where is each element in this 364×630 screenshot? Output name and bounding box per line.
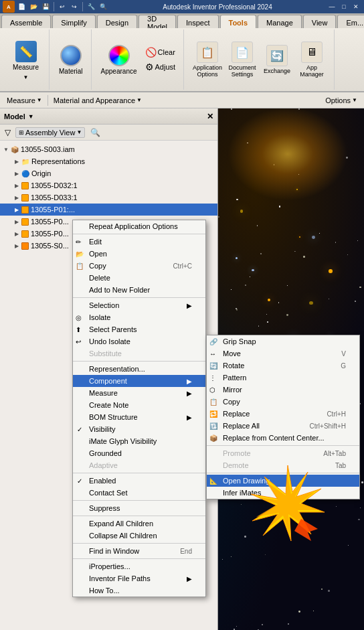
ctx-representation[interactable]: Representation... — [73, 363, 205, 375]
ctx-edit[interactable]: ✏ Edit — [73, 236, 205, 248]
expand-root[interactable]: ▼ — [3, 146, 9, 153]
tree-item-d032[interactable]: ▶ 13055-D032:1 — [0, 179, 217, 191]
ctx-isolate[interactable]: ◎ Isolate — [73, 311, 205, 323]
save-button[interactable]: 💾 — [40, 1, 51, 12]
tree-item-root[interactable]: ▼ 📦 13055-S003.iam — [0, 143, 217, 155]
tab-manage[interactable]: Manage — [258, 15, 302, 29]
panel-header: Model ▼ ✕ — [0, 108, 217, 125]
ctx-add-folder[interactable]: Add to New Folder — [73, 284, 205, 296]
tab-simplify[interactable]: Simplify — [52, 15, 96, 29]
expand-p02[interactable]: ▶ — [13, 218, 20, 225]
ctx-repeat[interactable]: Repeat Application Options — [73, 220, 205, 232]
expand-s0[interactable]: ▶ — [13, 242, 20, 249]
tree-item-origin[interactable]: ▶ 🔵 Origin — [0, 167, 217, 179]
replace-all-icon: 🔃 — [209, 422, 217, 430]
sub-infer-imates[interactable]: Infer iMates — [207, 487, 359, 499]
expand-p03[interactable]: ▶ — [13, 230, 20, 237]
ctx-collapse-all[interactable]: Collapse All Children — [73, 530, 205, 542]
open-button[interactable]: 📂 — [28, 1, 39, 12]
arrow-icon-measure: ▶ — [187, 390, 192, 397]
doc-settings-button[interactable]: 📄 Document Settings — [225, 39, 259, 80]
ctx-grounded[interactable]: Grounded — [73, 447, 205, 459]
ctx-enabled[interactable]: ✓ Enabled — [73, 475, 205, 487]
sub-replace-content[interactable]: 📦 Replace from Content Center... — [207, 432, 359, 444]
sub-pattern[interactable]: ⋮ Pattern — [207, 372, 359, 384]
expand-origin[interactable]: ▶ — [13, 170, 20, 177]
main-tab-bar: Assemble Simplify Design 3D Model Inspec… — [0, 13, 364, 29]
ctx-contact-set[interactable]: Contact Set — [73, 487, 205, 499]
ctx-create-note[interactable]: Create Note — [73, 399, 205, 411]
undo-button[interactable]: ↩ — [57, 1, 68, 12]
toolbar-command-bar: Measure ▼ Material and Appearance ▼ Opti… — [0, 92, 364, 108]
ctx-undo-isolate[interactable]: ↩ Undo Isolate — [73, 335, 205, 347]
exchange-button[interactable]: 🔄 Exchange — [260, 42, 294, 77]
ctx-find-in-window[interactable]: Find in Window End — [73, 545, 205, 557]
appearance-button[interactable]: Appearance — [98, 42, 140, 78]
clear-button[interactable]: 🚫Clear — [143, 46, 179, 59]
ctx-visibility[interactable]: ✓ Visibility — [73, 423, 205, 435]
tab-view[interactable]: View — [303, 15, 337, 29]
tab-design[interactable]: Design — [97, 15, 137, 29]
sub-open-drawing[interactable]: 📐 Open Drawing — [207, 475, 359, 487]
tree-item-d033[interactable]: ▶ 13055-D033:1 — [0, 191, 217, 204]
ctx-measure[interactable]: Measure ▶ — [73, 387, 205, 399]
sub-move[interactable]: ↔ Move V — [207, 347, 359, 360]
maximize-button[interactable]: □ — [339, 1, 349, 12]
ctx-open[interactable]: 📂 Open — [73, 248, 205, 260]
search-button[interactable]: 🔍 — [88, 127, 103, 139]
tab-3dmodel[interactable]: 3D Model — [139, 15, 176, 29]
ctx-iproperties[interactable]: iProperties... — [73, 560, 205, 572]
expand-d033[interactable]: ▶ — [13, 194, 20, 201]
ctx-adaptive: Adaptive — [73, 459, 205, 471]
app-manager-button[interactable]: 🖥 App Manager — [295, 39, 329, 80]
material-appearance-dropdown-btn[interactable]: Material and Appearance ▼ — [50, 95, 146, 106]
ctx-imate-glyph[interactable]: iMate Glyph Visibility — [73, 435, 205, 447]
edit-icon: ✏ — [76, 238, 81, 246]
material-button[interactable]: Material — [56, 42, 86, 78]
tab-inspect[interactable]: Inspect — [177, 15, 218, 29]
tab-tools[interactable]: Tools — [220, 15, 257, 29]
ctx-bom-structure[interactable]: BOM Structure ▶ — [73, 411, 205, 423]
ribbon-group-material: Material — [51, 29, 92, 90]
ctx-copy[interactable]: 📋 Copy Ctrl+C — [73, 260, 205, 272]
filter-icon[interactable]: ▽ — [3, 127, 13, 139]
panel-close-btn[interactable]: ✕ — [207, 112, 213, 121]
ctx-selection[interactable]: Selection ▶ — [73, 299, 205, 311]
tab-em[interactable]: Em... — [337, 15, 364, 29]
ctx-how-to[interactable]: How To... — [73, 584, 205, 597]
new-button[interactable]: 📄 — [16, 1, 27, 12]
check-visibility: ✓ — [77, 426, 82, 433]
sub-mirror[interactable]: ⬡ Mirror — [207, 384, 359, 396]
adjust-button[interactable]: ⚙Adjust — [143, 60, 179, 74]
tree-item-repr[interactable]: ▶ 📁 Representations — [0, 155, 217, 167]
tab-assemble[interactable]: Assemble — [1, 15, 51, 29]
measure-dropdown-btn[interactable]: Measure ▼ — [3, 95, 46, 106]
ctx-expand-all[interactable]: Expand All Children — [73, 518, 205, 530]
qa-extra1[interactable]: 🔧 — [86, 1, 96, 12]
expand-p01[interactable]: ▶ — [13, 206, 20, 213]
part-icon-p02 — [21, 218, 29, 226]
ctx-component[interactable]: Component ▶ — [73, 375, 205, 387]
expand-d032[interactable]: ▶ — [13, 182, 20, 189]
expand-repr[interactable]: ▶ — [13, 158, 20, 165]
close-button[interactable]: ✕ — [351, 1, 361, 12]
app-options-button[interactable]: 📋 Application Options — [191, 39, 224, 80]
measure-large-button[interactable]: 📏 Measure — [10, 38, 41, 74]
ctx-select-parents[interactable]: ⬆ Select Parents — [73, 323, 205, 335]
ctx-suppress[interactable]: Suppress — [73, 502, 205, 514]
sub-grip-snap[interactable]: 🔗 Grip Snap — [207, 335, 359, 347]
assembly-view-dropdown[interactable]: ⊞ Assembly View ▼ — [15, 127, 85, 138]
sub-replace[interactable]: 🔁 Replace Ctrl+H — [207, 408, 359, 420]
sub-rotate[interactable]: 🔄 Rotate G — [207, 360, 359, 372]
sub-copy[interactable]: 📋 Copy — [207, 396, 359, 408]
ctx-delete[interactable]: Delete — [73, 272, 205, 284]
qa-extra2[interactable]: 🔍 — [98, 1, 108, 12]
sub-replace-all[interactable]: 🔃 Replace All Ctrl+Shift+H — [207, 420, 359, 432]
tree-item-p01[interactable]: ▶ 13055-P01:... — [0, 204, 217, 216]
ctx-inventor-paths[interactable]: Inventor File Paths ▶ — [73, 572, 205, 584]
measure-dropdown[interactable]: ▼ — [21, 74, 31, 81]
panel-dropdown-icon[interactable]: ▼ — [28, 113, 34, 120]
redo-button[interactable]: ↪ — [69, 1, 80, 12]
options-dropdown-btn[interactable]: Options ▼ — [321, 95, 361, 106]
minimize-button[interactable]: — — [327, 1, 337, 12]
